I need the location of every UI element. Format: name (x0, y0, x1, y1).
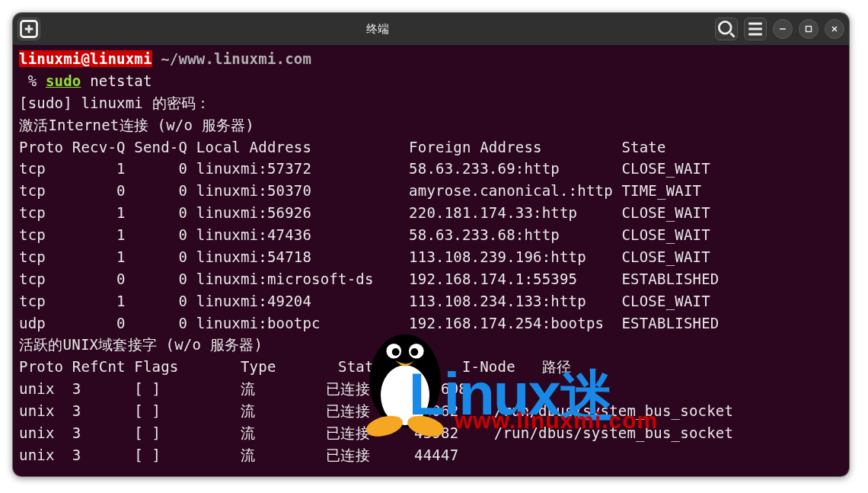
maximize-button[interactable] (799, 19, 819, 39)
inet-row: tcp 1 0 linuxmi:49204 113.108.234.133:ht… (19, 293, 710, 309)
inet-row: tcp 1 0 linuxmi:56926 220.181.174.33:htt… (19, 204, 710, 221)
minimize-button[interactable] (773, 19, 793, 39)
terminal-body[interactable]: linuxmi@linuxmi ~/www.linuxmi.com % sudo… (13, 45, 849, 476)
tux-icon (348, 315, 462, 437)
cmd-sudo: sudo (46, 72, 81, 89)
svg-point-1 (719, 21, 731, 34)
prompt-symbol: % (28, 72, 37, 89)
prompt-userhost: linuxmi@linuxmi (19, 50, 152, 67)
terminal-window: 终端 linuxmi@linuxmi ~/www.linu (12, 12, 850, 477)
inet-header: 激活Internet连接 (w/o 服务器) (19, 117, 254, 133)
inet-row: tcp 1 0 linuxmi:47436 58.63.233.68:http … (19, 226, 710, 243)
unix-header: 活跃的UNIX域套接字 (w/o 服务器) (19, 336, 263, 353)
menu-button[interactable] (744, 18, 767, 40)
svg-rect-2 (806, 27, 812, 32)
window-title: 终端 (45, 22, 710, 37)
inet-columns: Proto Recv-Q Send-Q Local Address Foreig… (19, 139, 666, 155)
inet-row: tcp 1 0 linuxmi:54718 113.108.239.196:ht… (19, 248, 710, 265)
svg-point-7 (392, 348, 400, 356)
cmd-args: netstat (90, 72, 152, 89)
inet-row: tcp 0 0 linuxmi:50370 amyrose.canonical.… (19, 182, 701, 199)
titlebar: 终端 (13, 13, 849, 45)
close-button[interactable] (825, 19, 844, 39)
prompt-path: ~/www.linuxmi.com (161, 50, 311, 67)
inet-row: tcp 0 0 linuxmi:microsoft-ds 192.168.174… (19, 271, 719, 287)
sudo-password-prompt: [sudo] linuxmi 的密码： (19, 94, 210, 111)
new-tab-button[interactable] (18, 18, 40, 40)
unix-columns: Proto RefCnt Flags Type State I-Node 路径 (19, 358, 571, 375)
search-button[interactable] (715, 18, 738, 40)
inet-row: tcp 1 0 linuxmi:57372 58.63.233.69:http … (19, 160, 710, 177)
unix-row: unix 3 [ ] 流 已连接 44447 (19, 447, 494, 463)
svg-point-8 (410, 348, 418, 356)
